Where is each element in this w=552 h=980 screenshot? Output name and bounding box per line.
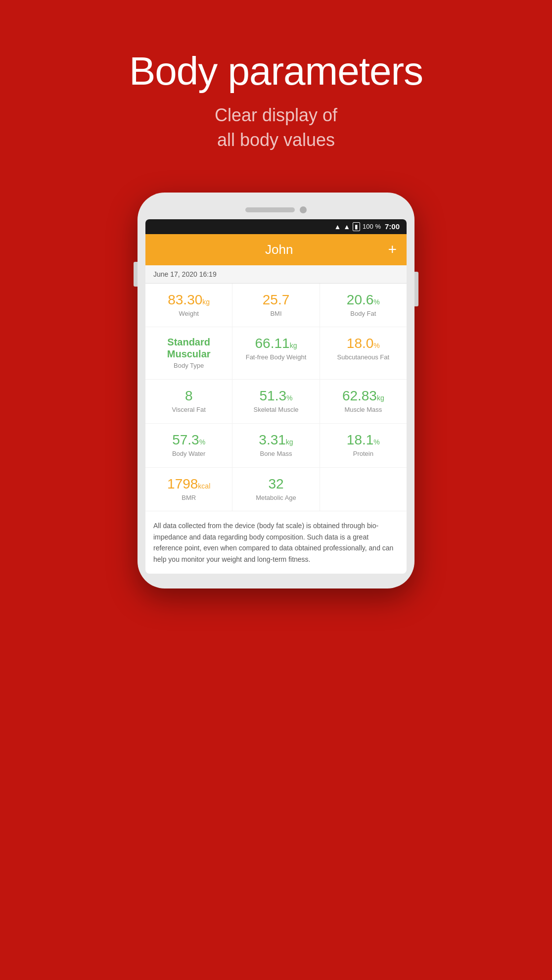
subcutaneous-fat-cell: 18.0% Subcutaneous Fat	[320, 327, 407, 379]
data-row-3: 8 Visceral Fat 51.3% Skeletal Muscle 62.…	[145, 380, 407, 424]
fat-free-weight-label: Fat-free Body Weight	[239, 353, 312, 362]
body-water-value: 57.3%	[152, 433, 225, 448]
muscle-mass-value: 62.83kg	[327, 389, 400, 404]
bone-mass-label: Bone Mass	[239, 450, 312, 458]
protein-value: 18.1%	[327, 433, 400, 448]
status-time: 7:00	[385, 222, 400, 231]
user-name: John	[170, 242, 388, 257]
weight-label: Weight	[152, 310, 225, 318]
data-row-1: 83.30kg Weight 25.7 BMI 20.6%	[145, 284, 407, 328]
phone-mockup: ▲ ▲ ▮ 100 % 7:00 John + June 17, 2020 16…	[0, 193, 552, 588]
bmi-cell: 25.7 BMI	[232, 284, 320, 327]
body-type-label: Body Type	[152, 362, 225, 370]
page-subtitle: Clear display of all body values	[0, 103, 552, 153]
battery-percent: 100 %	[363, 223, 381, 230]
add-button[interactable]: +	[388, 242, 397, 257]
skeletal-muscle-label: Skeletal Muscle	[239, 406, 312, 414]
protein-label: Protein	[327, 450, 400, 458]
bmi-label: BMI	[239, 310, 312, 318]
body-fat-value: 20.6%	[327, 293, 400, 308]
bmr-label: BMR	[152, 494, 225, 502]
bone-mass-cell: 3.31kg Bone Mass	[232, 424, 320, 467]
page-title: Body parameters	[0, 49, 552, 93]
subcutaneous-fat-value: 18.0%	[327, 336, 400, 351]
bone-mass-value: 3.31kg	[239, 433, 312, 448]
body-fat-cell: 20.6% Body Fat	[320, 284, 407, 327]
data-grid: 83.30kg Weight 25.7 BMI 20.6%	[145, 284, 407, 512]
protein-cell: 18.1% Protein	[320, 424, 407, 467]
body-type-cell: StandardMuscular Body Type	[145, 327, 232, 379]
phone-speaker	[245, 207, 295, 212]
muscle-mass-label: Muscle Mass	[327, 406, 400, 414]
visceral-fat-value: 8	[152, 389, 225, 404]
wifi-icon: ▲	[334, 223, 341, 231]
subcutaneous-fat-label: Subcutaneous Fat	[327, 353, 400, 362]
weight-cell: 83.30kg Weight	[145, 284, 232, 327]
metabolic-age-label: Metabolic Age	[239, 494, 312, 502]
body-type-value: StandardMuscular	[152, 336, 225, 360]
phone-body: ▲ ▲ ▮ 100 % 7:00 John + June 17, 2020 16…	[138, 193, 414, 588]
measurement-date: June 17, 2020 16:19	[153, 270, 217, 278]
empty-cell	[320, 468, 407, 511]
phone-top-bar	[145, 201, 407, 219]
visceral-fat-label: Visceral Fat	[152, 406, 225, 414]
status-bar: ▲ ▲ ▮ 100 % 7:00	[145, 219, 407, 234]
bmr-value: 1798kcal	[152, 477, 225, 492]
fat-free-weight-cell: 66.11kg Fat-free Body Weight	[232, 327, 320, 379]
app-header: John +	[145, 234, 407, 265]
data-row-4: 57.3% Body Water 3.31kg Bone Mass 18.1%	[145, 424, 407, 468]
signal-icon: ▲	[343, 223, 350, 231]
status-icons: ▲ ▲ ▮ 100 %	[334, 222, 381, 231]
power-button	[414, 272, 418, 306]
body-water-cell: 57.3% Body Water	[145, 424, 232, 467]
phone-screen: ▲ ▲ ▮ 100 % 7:00 John + June 17, 2020 16…	[145, 219, 407, 574]
battery-icon: ▮	[353, 222, 360, 231]
visceral-fat-cell: 8 Visceral Fat	[145, 380, 232, 423]
skeletal-muscle-value: 51.3%	[239, 389, 312, 404]
data-row-5: 1798kcal BMR 32 Metabolic Age	[145, 468, 407, 512]
metabolic-age-value: 32	[239, 477, 312, 492]
data-row-2: StandardMuscular Body Type 66.11kg Fat-f…	[145, 327, 407, 380]
skeletal-muscle-cell: 51.3% Skeletal Muscle	[232, 380, 320, 423]
header-section: Body parameters Clear display of all bod…	[0, 0, 552, 183]
volume-button	[134, 262, 138, 287]
date-bar: June 17, 2020 16:19	[145, 265, 407, 284]
body-fat-label: Body Fat	[327, 310, 400, 318]
phone-camera	[300, 206, 307, 213]
bmr-cell: 1798kcal BMR	[145, 468, 232, 511]
bmi-value: 25.7	[239, 293, 312, 308]
bottom-description: All data collected from the device (body…	[145, 511, 407, 574]
metabolic-age-cell: 32 Metabolic Age	[232, 468, 320, 511]
fat-free-weight-value: 66.11kg	[239, 336, 312, 351]
body-water-label: Body Water	[152, 450, 225, 458]
weight-value: 83.30kg	[152, 293, 225, 308]
muscle-mass-cell: 62.83kg Muscle Mass	[320, 380, 407, 423]
